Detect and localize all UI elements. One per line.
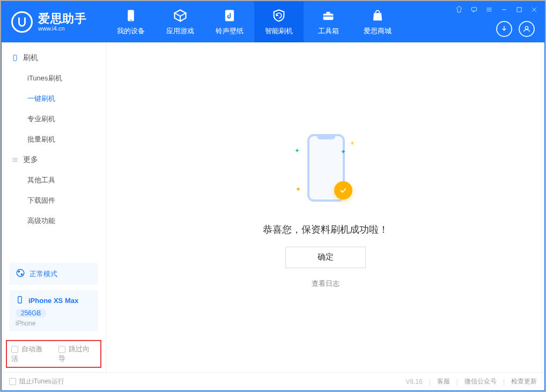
brand-subtitle: www.i4.cn [38,25,86,32]
version-label: V8.16 [405,378,422,386]
confirm-button[interactable]: 确定 [285,247,366,268]
sparkle-icon: ✦ [296,186,301,193]
svg-point-22 [21,273,23,276]
svg-point-20 [17,269,24,277]
phone-icon [123,8,138,23]
statusbar: 阻止iTunes运行 V8.16 | 客服 | 微信公众号 | 检查更新 [2,372,544,390]
mode-card[interactable]: 正常模式 [9,263,98,285]
device-card[interactable]: iPhone XS Max 256GB iPhone [9,290,98,331]
cube-icon [173,8,188,23]
device-storage: 256GB [16,309,46,317]
titlebar: 爱思助手 www.i4.cn 我的设备 应用游戏 铃声壁纸 智能刷机 [2,2,544,42]
header-actions [496,21,535,37]
list-icon [11,156,19,164]
sidebar-item-other-tools[interactable]: 其他工具 [2,170,106,190]
svg-rect-2 [225,10,234,21]
svg-rect-0 [128,10,134,21]
group-title-text: 更多 [23,155,38,165]
brand-title: 爱思助手 [38,12,86,25]
sparkle-icon: ✦ [341,148,346,156]
phone-outline-icon [11,54,19,62]
check-badge-icon [334,181,352,199]
tab-label: 我的设备 [117,26,145,36]
download-button[interactable] [496,21,512,37]
sidebar-group-flash: 刷机 [2,48,106,68]
sidebar-group-more: 更多 [2,150,106,170]
toolbox-icon [321,8,336,23]
menu-icon[interactable] [484,5,494,14]
svg-rect-3 [323,14,334,20]
tab-flash[interactable]: 智能刷机 [254,2,304,42]
sidebar-item-one-click-flash[interactable]: 一键刷机 [2,88,106,109]
mode-icon [16,268,25,279]
sidebar-item-batch-flash[interactable]: 批量刷机 [2,129,106,150]
sidebar: 刷机 iTunes刷机 一键刷机 专业刷机 批量刷机 更多 其他工具 下载固件 … [2,42,106,372]
main-content: ✦ ✦ + ✦ 恭喜您，保资料刷机成功啦！ 确定 查看日志 [106,42,544,372]
shield-refresh-icon [271,8,286,23]
device-name: iPhone XS Max [28,297,78,305]
svg-rect-1 [130,20,132,20]
sidebar-item-advanced[interactable]: 高级功能 [2,211,106,231]
tab-label: 爱思商城 [364,26,392,36]
svg-rect-4 [327,12,330,14]
device-phone-icon [16,295,24,306]
flash-options-highlight: 自动激活 跳过向导 [6,340,101,368]
svg-point-15 [525,26,528,29]
music-file-icon [222,8,237,23]
checkbox-block-itunes[interactable]: 阻止iTunes运行 [9,377,64,386]
success-message: 恭喜您，保资料刷机成功啦！ [263,223,388,236]
svg-rect-5 [323,16,334,17]
brand-text: 爱思助手 www.i4.cn [38,12,86,32]
check-update-link[interactable]: 检查更新 [511,377,537,386]
tab-label: 应用游戏 [166,26,194,36]
close-icon[interactable] [529,5,539,14]
tab-toolbox[interactable]: 工具箱 [304,2,353,42]
tab-store[interactable]: 爱思商城 [353,2,402,42]
app-window: 爱思助手 www.i4.cn 我的设备 应用游戏 铃声壁纸 智能刷机 [1,1,545,391]
sparkle-icon: ✦ [294,147,300,154]
view-log-link[interactable]: 查看日志 [312,279,340,289]
svg-point-21 [18,271,20,273]
sidebar-item-pro-flash[interactable]: 专业刷机 [2,109,106,129]
tab-device[interactable]: 我的设备 [106,2,156,42]
sparkle-icon: + [350,139,354,147]
wechat-link[interactable]: 微信公众号 [464,377,497,386]
checkbox-skip-guide[interactable]: 跳过向导 [58,344,96,364]
svg-rect-23 [18,297,22,303]
maximize-icon[interactable] [514,5,524,14]
block-itunes-label: 阻止iTunes运行 [19,378,64,385]
group-title-text: 刷机 [23,53,38,63]
tab-ringtone[interactable]: 铃声壁纸 [205,2,254,42]
window-controls [454,5,539,14]
sidebar-item-itunes-flash[interactable]: iTunes刷机 [2,68,106,88]
minimize-icon[interactable] [499,5,509,14]
support-link[interactable]: 客服 [437,377,450,386]
sidebar-item-download-firmware[interactable]: 下载固件 [2,190,106,211]
bag-icon [370,8,385,23]
device-type: iPhone [16,320,92,327]
account-button[interactable] [519,21,535,37]
svg-rect-11 [517,8,521,12]
tab-label: 智能刷机 [265,26,293,36]
success-illustration: ✦ ✦ + ✦ [283,127,368,212]
tab-label: 工具箱 [318,26,339,36]
svg-rect-16 [13,55,17,61]
feedback-icon[interactable] [469,5,479,14]
tab-apps[interactable]: 应用游戏 [156,2,205,42]
brand-block: 爱思助手 www.i4.cn [2,2,106,42]
body: 刷机 iTunes刷机 一键刷机 专业刷机 批量刷机 更多 其他工具 下载固件 … [2,42,544,372]
tab-label: 铃声壁纸 [216,26,244,36]
checkbox-auto-activate[interactable]: 自动激活 [11,344,49,364]
skin-icon[interactable] [454,5,464,14]
main-tabs: 我的设备 应用游戏 铃声壁纸 智能刷机 工具箱 爱思商城 [106,2,402,42]
svg-rect-6 [471,8,476,11]
mode-label: 正常模式 [29,269,57,279]
brand-logo-icon [11,11,33,33]
